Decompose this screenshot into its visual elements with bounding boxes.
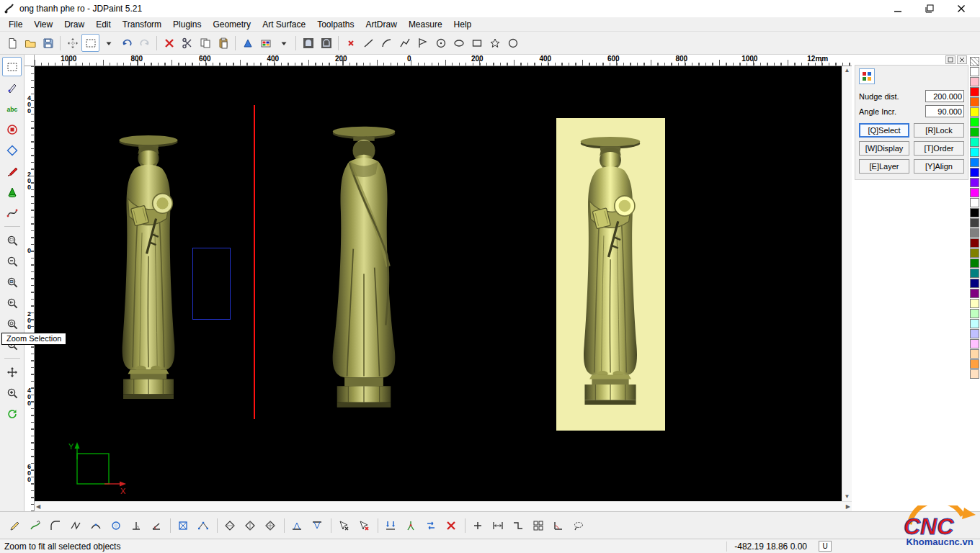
draw-curve-tool[interactable] xyxy=(26,516,45,535)
menu-help[interactable]: Help xyxy=(448,18,478,31)
color-swatch[interactable] xyxy=(970,107,979,117)
color-swatch[interactable] xyxy=(970,248,979,258)
color-swatch[interactable] xyxy=(970,329,979,338)
select-marquee-tool[interactable] xyxy=(2,57,22,76)
draw-ellipse-button[interactable] xyxy=(450,34,468,52)
horizontal-scrollbar[interactable]: ◀ ▶ xyxy=(35,501,852,511)
open-button[interactable] xyxy=(21,34,39,52)
color-swatch[interactable] xyxy=(970,138,979,147)
menu-artdraw[interactable]: ArtDraw xyxy=(360,18,403,31)
merge-nodes-tool[interactable] xyxy=(381,516,400,535)
color-swatch[interactable] xyxy=(970,228,979,238)
horizontal-extent-tool[interactable] xyxy=(489,516,507,535)
draw-arc-button[interactable] xyxy=(378,34,396,52)
select-button[interactable]: [Q]Select xyxy=(859,123,909,138)
color-swatch[interactable] xyxy=(970,258,979,268)
diamond-axis-h-tool[interactable] xyxy=(220,516,239,535)
add-point-tool[interactable] xyxy=(468,516,487,535)
statue-back-view[interactable] xyxy=(317,114,411,428)
undo-button[interactable] xyxy=(117,34,135,52)
align-button[interactable]: [Y]Align xyxy=(914,159,964,174)
zoom-in-tool[interactable] xyxy=(2,383,22,403)
color-swatch[interactable] xyxy=(970,299,979,308)
layer-button[interactable]: [E]Layer xyxy=(859,159,909,174)
curve-delete-button[interactable] xyxy=(342,34,360,52)
color-swatch[interactable] xyxy=(970,87,979,96)
vertical-scrollbar[interactable]: ▲ ▼ xyxy=(842,66,852,501)
color-swatch[interactable] xyxy=(970,238,979,248)
draw-circle-center-button[interactable] xyxy=(432,34,450,52)
zoom-extents-tool[interactable] xyxy=(2,314,22,333)
move-tool-button[interactable] xyxy=(63,34,81,52)
draw-segment-tool[interactable] xyxy=(6,516,24,535)
zoom-window-tool[interactable] xyxy=(2,272,22,292)
select-mode-dropdown[interactable] xyxy=(99,34,117,52)
panel-tool-icon[interactable] xyxy=(859,68,875,84)
drawing-canvas[interactable]: Y X xyxy=(35,66,842,501)
color-swatch[interactable] xyxy=(970,218,979,228)
color-swatch[interactable] xyxy=(970,198,979,207)
delete-button[interactable] xyxy=(160,34,178,52)
surface-shade-button[interactable] xyxy=(299,34,317,52)
select-mode-button[interactable] xyxy=(81,34,99,52)
color-swatch[interactable] xyxy=(970,127,979,137)
circle-node-tool[interactable] xyxy=(107,516,125,535)
new-button[interactable] xyxy=(3,34,21,52)
smooth-node-tool[interactable] xyxy=(86,516,105,535)
node-edit-tool[interactable] xyxy=(2,78,22,97)
spline-tool[interactable] xyxy=(2,203,22,222)
color-swatch[interactable] xyxy=(970,178,979,187)
menu-draw[interactable]: Draw xyxy=(58,18,90,31)
lasso-select-tool[interactable] xyxy=(569,516,588,535)
cursor-erase-tool[interactable] xyxy=(334,516,353,535)
scroll-left-icon[interactable]: ◀ xyxy=(36,503,40,511)
color-swatch[interactable] xyxy=(970,188,979,197)
paste-button[interactable] xyxy=(214,34,232,52)
menu-geometry[interactable]: Geometry xyxy=(207,18,257,31)
display-button[interactable]: [W]Display xyxy=(859,141,909,156)
draw-polyline-button[interactable] xyxy=(396,34,414,52)
palette-button[interactable] xyxy=(257,34,275,52)
color-swatch[interactable] xyxy=(970,67,979,76)
cut-button[interactable] xyxy=(178,34,196,52)
color-swatch[interactable] xyxy=(970,77,979,86)
color-swatch[interactable] xyxy=(970,349,979,359)
angle-incr-input[interactable] xyxy=(925,105,964,117)
scroll-up-icon[interactable]: ▲ xyxy=(845,67,850,74)
statue-front-view[interactable] xyxy=(104,114,192,428)
close-icon[interactable] xyxy=(945,1,977,17)
zoom-out-tool[interactable] xyxy=(2,251,22,271)
unit-indicator[interactable]: U xyxy=(819,541,832,552)
color-swatch[interactable] xyxy=(970,289,979,298)
project-floor-tool[interactable] xyxy=(288,516,306,535)
cursor-erase-red-tool[interactable] xyxy=(355,516,373,535)
array-copy-tool[interactable] xyxy=(529,516,548,535)
fillet-tool[interactable] xyxy=(46,516,65,535)
zoom-previous-tool[interactable] xyxy=(2,293,22,313)
save-button[interactable] xyxy=(39,34,57,52)
nudge-dist-input[interactable] xyxy=(925,90,964,102)
order-button[interactable]: [T]Order xyxy=(914,141,964,156)
swap-direction-tool[interactable] xyxy=(422,516,440,535)
diamond-axis-v-tool[interactable] xyxy=(241,516,259,535)
project-ceiling-tool[interactable] xyxy=(308,516,326,535)
scroll-right-icon[interactable]: ▶ xyxy=(846,503,850,511)
grid-snap-toggle[interactable] xyxy=(174,516,192,535)
brush-tool[interactable] xyxy=(2,161,22,181)
color-swatch[interactable] xyxy=(970,158,979,167)
diamond-axis-both-tool[interactable] xyxy=(261,516,280,535)
color-swatch[interactable] xyxy=(970,57,979,66)
split-node-tool[interactable] xyxy=(401,516,420,535)
draw-circle-button[interactable] xyxy=(504,34,522,52)
text-tool[interactable]: abc xyxy=(2,99,22,118)
panel-close-icon[interactable] xyxy=(957,55,967,64)
color-swatch[interactable] xyxy=(970,369,979,379)
maximize-icon[interactable] xyxy=(914,1,945,17)
palette-dropdown[interactable] xyxy=(275,34,293,52)
lock-button[interactable]: [R]Lock xyxy=(914,123,964,138)
panel-dock-icon[interactable] xyxy=(945,55,956,64)
angle-constraint-tool[interactable] xyxy=(147,516,166,535)
statue-rendered-view[interactable] xyxy=(566,120,655,429)
perpendicular-tool[interactable] xyxy=(127,516,146,535)
fill-color-button[interactable] xyxy=(239,34,257,52)
